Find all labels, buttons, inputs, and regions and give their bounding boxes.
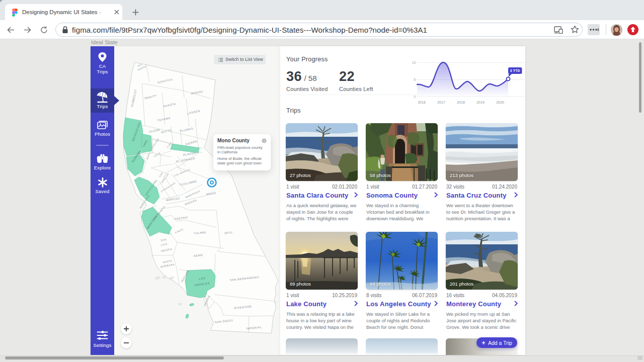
svg-text:2017: 2017 [437,101,445,104]
svg-text:2020: 2020 [496,101,504,104]
svg-text:5: 5 [414,78,416,81]
svg-text:2016: 2016 [418,101,426,104]
svg-text:0: 0 [414,95,416,99]
svg-text:2019: 2019 [476,101,485,104]
svg-text:2018: 2018 [457,101,465,104]
svg-text:10: 10 [412,61,416,64]
svg-text:3 YTD: 3 YTD [510,69,520,72]
